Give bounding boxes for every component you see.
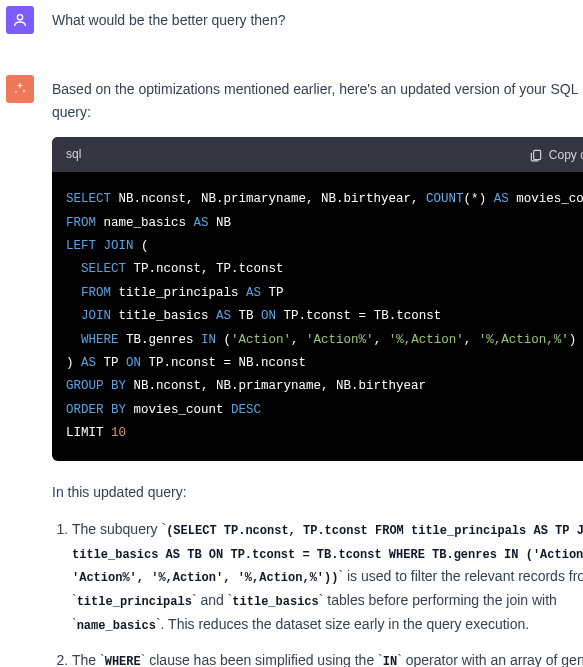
inline-code: title_principals [77,595,192,609]
clipboard-icon [529,148,543,162]
text: The ` [72,652,105,667]
user-message-text: What would be the better query then? [52,9,569,31]
user-message: What would be the better query then? [52,6,583,45]
ai-avatar [6,75,34,103]
ai-intro-text: Based on the optimizations mentioned ear… [52,78,583,123]
ai-message: Based on the optimizations mentioned ear… [52,75,583,667]
code-header: sql Copy code [52,137,583,172]
copy-code-button[interactable]: Copy code [529,148,583,162]
sparkle-icon [12,81,28,97]
inline-code: name_basics [77,619,156,633]
text: ` clause has been simplified using the ` [141,652,383,667]
user-avatar [6,6,34,34]
person-icon [12,12,28,28]
svg-point-0 [17,15,22,20]
inline-code: IN [383,655,397,667]
ai-message-row: Based on the optimizations mentioned ear… [0,69,583,667]
inline-code: title_basics [232,595,318,609]
code-pre[interactable]: SELECT NB.nconst, NB.primaryname, NB.bir… [52,172,583,461]
list-item: The subquery `(SELECT TP.nconst, TP.tcon… [72,518,583,637]
text: ` and ` [192,592,232,608]
text: The subquery ` [72,521,166,537]
explain-list: The subquery `(SELECT TP.nconst, TP.tcon… [52,518,583,667]
text: `. This reduces the dataset size early i… [156,616,529,632]
inline-code: WHERE [105,655,141,667]
code-content: SELECT NB.nconst, NB.primaryname, NB.bir… [66,192,583,440]
svg-rect-1 [533,150,540,159]
explain-heading: In this updated query: [52,481,583,503]
code-lang-label: sql [66,145,81,164]
user-message-row: What would be the better query then? [0,0,583,69]
list-item: The `WHERE` clause has been simplified u… [72,649,583,667]
copy-code-label: Copy code [549,148,583,162]
code-block: sql Copy code SELECT NB.nconst, NB.prima… [52,137,583,461]
